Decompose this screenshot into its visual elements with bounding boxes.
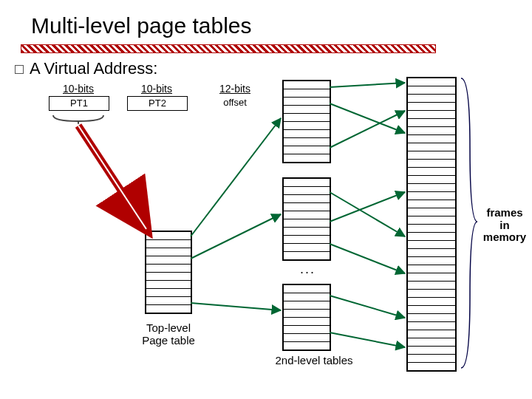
- title-underline: [21, 44, 436, 53]
- caption-top-level: Top-level Page table: [132, 322, 205, 347]
- field-bits-2: 10-bits: [127, 83, 186, 95]
- ellipsis-icon: ···: [300, 265, 316, 280]
- top-level-table: [145, 231, 192, 314]
- field-offset: offset: [205, 96, 265, 109]
- second-level-table-2: [282, 177, 331, 261]
- caption-frames: frames in memory: [479, 207, 531, 244]
- svg-line-6: [330, 192, 405, 236]
- second-level-table-3: [282, 284, 331, 351]
- svg-line-5: [330, 111, 405, 148]
- svg-line-9: [330, 296, 405, 318]
- svg-line-3: [330, 83, 405, 87]
- svg-line-2: [191, 303, 281, 310]
- second-level-table-1: [282, 80, 331, 163]
- field-box-1: PT1: [49, 96, 109, 111]
- svg-line-8: [330, 244, 405, 273]
- svg-line-4: [330, 103, 405, 133]
- caption-second-level: 2nd-level tables: [262, 355, 366, 367]
- svg-line-10: [330, 332, 405, 347]
- frames-table: [406, 77, 457, 372]
- field-bits-3: 12-bits: [205, 83, 265, 95]
- subtitle: A Virtual Address:: [30, 59, 157, 78]
- svg-line-0: [191, 118, 281, 236]
- field-bits-1: 10-bits: [49, 83, 108, 95]
- field-box-2: PT2: [127, 96, 188, 111]
- svg-line-7: [330, 192, 405, 222]
- bullet-icon: [15, 65, 24, 74]
- page-title: Multi-level page tables: [31, 13, 252, 38]
- svg-line-1: [191, 214, 281, 259]
